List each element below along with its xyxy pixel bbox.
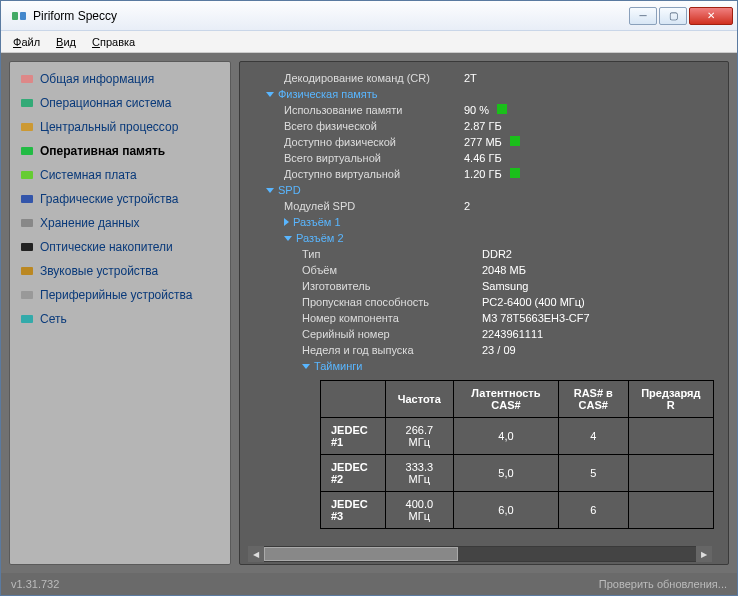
sidebar-item-8[interactable]: Звуковые устройства: [14, 260, 226, 282]
cell: 4,0: [453, 418, 558, 455]
section-timings[interactable]: Тайминги: [248, 358, 714, 374]
value: PC2-6400 (400 МГц): [482, 295, 585, 309]
sidebar-item-4[interactable]: Системная плата: [14, 164, 226, 186]
sidebar-item-label: Оптические накопители: [40, 240, 173, 254]
table-header-2: RAS# в CAS#: [558, 381, 628, 418]
sidebar-item-label: Системная плата: [40, 168, 137, 182]
physmem-row-1: Всего физической2.87 ГБ: [248, 118, 714, 134]
physmem-row-2: Доступно физической277 МБ: [248, 134, 714, 150]
scroll-track[interactable]: [264, 547, 696, 561]
section-physical-memory[interactable]: Физическая память: [248, 86, 714, 102]
app-icon: [11, 8, 27, 24]
slot2-row-6: Неделя и год выпуска23 / 09: [248, 342, 714, 358]
value: 23 / 09: [482, 343, 516, 357]
scroll-thumb[interactable]: [264, 547, 458, 561]
chevron-down-icon: [266, 188, 274, 193]
sidebar-item-6[interactable]: Хранение данных: [14, 212, 226, 234]
label: Объём: [302, 263, 482, 277]
value: 4.46 ГБ: [464, 151, 502, 165]
peripherals-icon: [20, 288, 34, 302]
storage-icon: [20, 216, 34, 230]
slot2-row-4: Номер компонентаM3 78T5663EH3-CF7: [248, 310, 714, 326]
value: DDR2: [482, 247, 512, 261]
section-spd[interactable]: SPD: [248, 182, 714, 198]
value: 2243961111: [482, 327, 543, 341]
value-cr: 2T: [464, 71, 477, 85]
value: 90 %: [464, 103, 507, 117]
minimize-button[interactable]: ─: [629, 7, 657, 25]
value: 2.87 ГБ: [464, 119, 502, 133]
cell: 400.0 МГц: [385, 492, 453, 529]
chevron-right-icon: [284, 218, 289, 226]
cell: 333.3 МГц: [385, 455, 453, 492]
cpu-icon: [20, 120, 34, 134]
svg-rect-4: [21, 123, 33, 131]
sidebar-item-7[interactable]: Оптические накопители: [14, 236, 226, 258]
scroll-right-button[interactable]: ▶: [696, 546, 712, 562]
label: Использование памяти: [284, 103, 464, 117]
svg-rect-5: [21, 147, 33, 155]
table-row: JEDEC #1266.7 МГц4,04: [321, 418, 714, 455]
table-header-0: Частота: [385, 381, 453, 418]
svg-rect-1: [20, 12, 26, 20]
section-slot-2[interactable]: Разъём 2: [248, 230, 714, 246]
svg-rect-3: [21, 99, 33, 107]
table-row: JEDEC #3400.0 МГц6,06: [321, 492, 714, 529]
svg-rect-9: [21, 243, 33, 251]
sidebar-item-9[interactable]: Периферийные устройства: [14, 284, 226, 306]
horizontal-scrollbar[interactable]: ◀ ▶: [248, 546, 712, 562]
svg-rect-8: [21, 219, 33, 227]
label: Изготовитель: [302, 279, 482, 293]
label: Серийный номер: [302, 327, 482, 341]
row-name: JEDEC #2: [321, 455, 386, 492]
scroll-left-button[interactable]: ◀: [248, 546, 264, 562]
cell: [628, 492, 713, 529]
sidebar-item-label: Периферийные устройства: [40, 288, 192, 302]
sidebar-item-10[interactable]: Сеть: [14, 308, 226, 330]
chevron-down-icon: [266, 92, 274, 97]
close-button[interactable]: ✕: [689, 7, 733, 25]
scroll-area[interactable]: Декодирование команд (CR) 2T Физическая …: [240, 62, 728, 546]
ram-icon: [20, 144, 34, 158]
svg-rect-6: [21, 171, 33, 179]
sidebar-item-label: Графические устройства: [40, 192, 178, 206]
cell: [628, 455, 713, 492]
section-slot-1[interactable]: Разъём 1: [248, 214, 714, 230]
sidebar-item-1[interactable]: Операционная система: [14, 92, 226, 114]
label: Тип: [302, 247, 482, 261]
status-indicator: [510, 168, 520, 178]
label-spd-modules: Модулей SPD: [284, 199, 464, 213]
label-cr: Декодирование команд (CR): [284, 71, 464, 85]
version-label: v1.31.732: [11, 578, 59, 590]
check-updates-link[interactable]: Проверить обновления...: [599, 578, 727, 590]
menu-file[interactable]: Файл: [5, 33, 48, 51]
maximize-button[interactable]: ▢: [659, 7, 687, 25]
cell: 266.7 МГц: [385, 418, 453, 455]
sidebar: Общая информацияОперационная системаЦент…: [9, 61, 231, 565]
value: 2048 МБ: [482, 263, 526, 277]
cell: 6: [558, 492, 628, 529]
label: Всего виртуальной: [284, 151, 464, 165]
sidebar-item-2[interactable]: Центральный процессор: [14, 116, 226, 138]
svg-rect-11: [21, 291, 33, 299]
table-header-empty: [321, 381, 386, 418]
cell: 4: [558, 418, 628, 455]
optical-icon: [20, 240, 34, 254]
sidebar-item-3[interactable]: Оперативная память: [14, 140, 226, 162]
label: Неделя и год выпуска: [302, 343, 482, 357]
menu-view[interactable]: Вид: [48, 33, 84, 51]
cell: [628, 418, 713, 455]
sidebar-item-label: Хранение данных: [40, 216, 140, 230]
menu-help[interactable]: Справка: [84, 33, 143, 51]
cell: 5,0: [453, 455, 558, 492]
label: Всего физической: [284, 119, 464, 133]
sidebar-item-5[interactable]: Графические устройства: [14, 188, 226, 210]
status-indicator: [497, 104, 507, 114]
physmem-row-3: Всего виртуальной4.46 ГБ: [248, 150, 714, 166]
network-icon: [20, 312, 34, 326]
sidebar-item-0[interactable]: Общая информация: [14, 68, 226, 90]
client-area: Общая информацияОперационная системаЦент…: [1, 53, 737, 573]
value: 277 МБ: [464, 135, 520, 149]
sidebar-item-label: Операционная система: [40, 96, 172, 110]
summary-icon: [20, 72, 34, 86]
